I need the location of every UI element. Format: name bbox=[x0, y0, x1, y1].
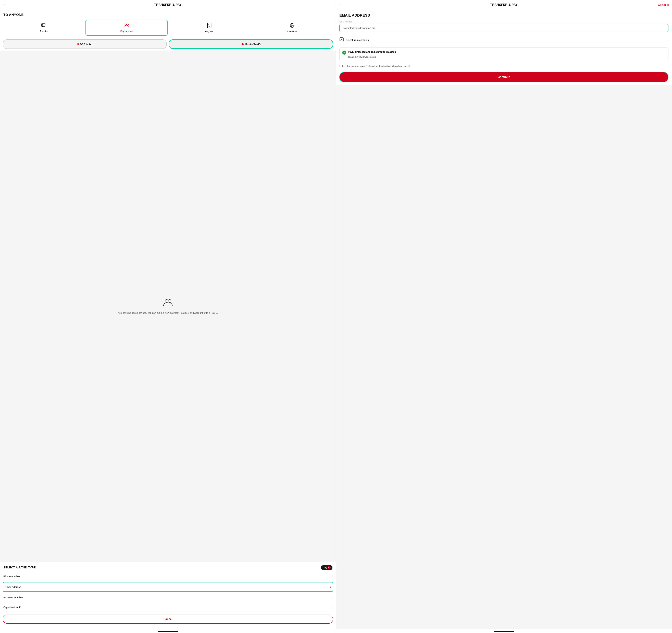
payid-section: SELECT A PAYID TYPE Pay ID Phone number … bbox=[0, 562, 336, 629]
continue-button[interactable]: Continue bbox=[339, 72, 669, 82]
email-section-title: EMAIL ADDRESS bbox=[339, 13, 669, 18]
email-field-wrapper: Email Address bbox=[339, 21, 669, 32]
home-indicator-right bbox=[336, 629, 672, 633]
mobile-payid-button[interactable]: ⊕ Mobile/PayID bbox=[169, 39, 333, 49]
payid-header: SELECT A PAYID TYPE Pay ID bbox=[0, 562, 336, 571]
contacts-left: Select from contacts bbox=[339, 37, 369, 43]
svg-point-7 bbox=[127, 24, 128, 25]
payid-info-header: ✓ PayID unlocked and registered to Waget… bbox=[342, 50, 666, 54]
left-header-title: TRANSFER & PAY bbox=[154, 3, 182, 6]
to-anyone-label: TO ANYONE bbox=[0, 10, 336, 18]
home-bar-right bbox=[494, 631, 514, 632]
org-label: Organisation ID bbox=[3, 606, 21, 609]
bsb-plus-icon: ⊕ bbox=[76, 42, 79, 46]
svg-point-6 bbox=[125, 24, 126, 25]
payid-section-title: SELECT A PAYID TYPE bbox=[3, 566, 35, 569]
contacts-icon bbox=[339, 37, 344, 43]
home-indicator-left bbox=[0, 629, 336, 633]
transfer-label: Transfer bbox=[40, 30, 48, 32]
payid-info-box: ✓ PayID unlocked and registered to Waget… bbox=[339, 47, 669, 61]
right-screen: ← TRANSFER & PAY Continue EMAIL ADDRESS … bbox=[336, 0, 672, 633]
left-header: ← TRANSFER & PAY bbox=[0, 0, 336, 10]
transfer-icon: $ ↔ bbox=[41, 23, 46, 29]
select-contacts-row[interactable]: Select from contacts › bbox=[336, 34, 672, 46]
mobile-label: Mobile/PayID bbox=[245, 43, 261, 46]
right-header: ← TRANSFER & PAY Continue bbox=[336, 0, 672, 10]
verify-text: Is this who you want to pay? Check that … bbox=[336, 63, 672, 69]
payid-item-business[interactable]: Business number › bbox=[3, 593, 333, 603]
payid-logo-text: Pay bbox=[323, 566, 327, 569]
svg-text:PAY: PAY bbox=[208, 26, 210, 27]
pay-bills-icon: B PAY bbox=[207, 23, 212, 29]
option-pay-anyone[interactable]: Pay anyone bbox=[86, 20, 168, 36]
pay-bills-label: Pay bills bbox=[205, 30, 213, 33]
pay-anyone-label: Pay anyone bbox=[120, 30, 133, 32]
left-back-button[interactable]: ← bbox=[3, 3, 7, 7]
payid-logo: Pay ID bbox=[321, 565, 333, 570]
overseas-icon bbox=[290, 23, 295, 29]
svg-point-18 bbox=[341, 38, 342, 40]
payid-info-main-text: PayID unlocked and registered to Wagetap bbox=[348, 50, 396, 54]
contacts-label: Select from contacts bbox=[346, 39, 369, 41]
svg-point-15 bbox=[165, 300, 168, 303]
payid-list: Phone number › Email address › Business … bbox=[0, 571, 336, 612]
phone-label: Phone number bbox=[3, 575, 20, 578]
email-chevron: › bbox=[330, 585, 331, 589]
phone-chevron: › bbox=[332, 575, 333, 578]
email-label: Email address bbox=[5, 586, 21, 588]
empty-payees-icon bbox=[163, 298, 173, 308]
svg-text:↔: ↔ bbox=[43, 24, 45, 26]
svg-text:$: $ bbox=[42, 24, 43, 26]
left-screen: ← TRANSFER & PAY TO ANYONE $ ↔ Transfer bbox=[0, 0, 336, 633]
cancel-button[interactable]: Cancel bbox=[3, 615, 333, 624]
option-pay-bills[interactable]: B PAY Pay bills bbox=[168, 20, 250, 36]
right-empty-space bbox=[336, 85, 672, 629]
options-row: $ ↔ Transfer Pay anyone bbox=[0, 18, 336, 37]
empty-payees-area: You have no saved payees. You can make a… bbox=[0, 50, 336, 562]
email-address-section: EMAIL ADDRESS Email Address bbox=[336, 10, 672, 32]
svg-text:B: B bbox=[208, 23, 209, 25]
payid-item-org[interactable]: Organisation ID › bbox=[3, 603, 333, 612]
business-label: Business number bbox=[3, 596, 23, 599]
overseas-label: Overseas bbox=[287, 30, 297, 32]
right-header-continue-button[interactable]: Continue bbox=[658, 3, 669, 6]
right-back-button[interactable]: ← bbox=[339, 3, 343, 7]
empty-payees-text: You have no saved payees. You can make a… bbox=[118, 311, 218, 315]
email-input-field[interactable] bbox=[339, 24, 669, 32]
email-input-label: Email Address bbox=[339, 21, 669, 23]
org-chevron: › bbox=[332, 606, 333, 609]
check-circle-icon: ✓ bbox=[342, 50, 346, 54]
option-transfer[interactable]: $ ↔ Transfer bbox=[3, 20, 85, 36]
payid-item-email[interactable]: Email address › bbox=[3, 582, 333, 592]
right-header-title: TRANSFER & PAY bbox=[490, 3, 518, 6]
bsb-label: BSB & Acc bbox=[80, 43, 93, 46]
method-row: ⊕ BSB & Acc ⊕ Mobile/PayID bbox=[0, 38, 336, 50]
bsb-acc-button[interactable]: ⊕ BSB & Acc bbox=[3, 39, 167, 49]
payid-logo-id: ID bbox=[328, 566, 331, 569]
mobile-plus-icon: ⊕ bbox=[241, 42, 244, 46]
payid-info-sub-text: example@payid.wagetap.au bbox=[348, 55, 666, 58]
contacts-chevron: › bbox=[668, 38, 669, 42]
svg-point-16 bbox=[168, 300, 171, 303]
business-chevron: › bbox=[332, 596, 333, 599]
home-bar-left bbox=[158, 631, 178, 632]
payid-item-phone[interactable]: Phone number › bbox=[3, 571, 333, 581]
pay-anyone-icon bbox=[123, 23, 129, 29]
option-overseas[interactable]: Overseas bbox=[251, 20, 333, 36]
